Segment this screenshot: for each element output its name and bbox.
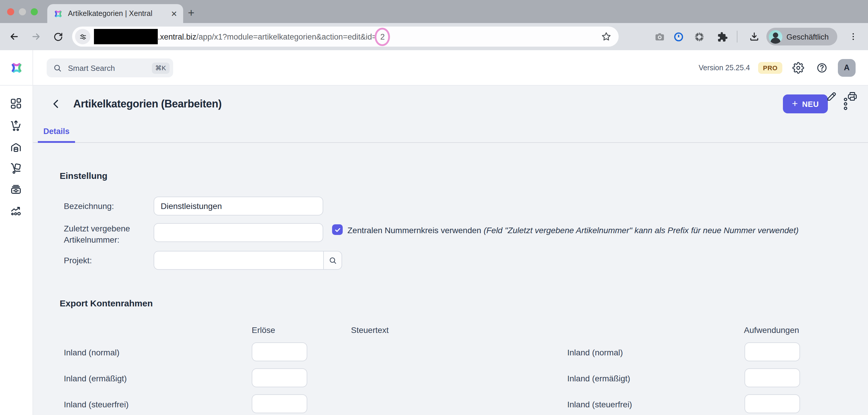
- browser-menu-icon[interactable]: [846, 30, 860, 44]
- print-icon[interactable]: [844, 89, 860, 104]
- screenshot-extension-icon[interactable]: [652, 30, 666, 44]
- plan-badge: PRO: [758, 62, 783, 73]
- url-id-highlight: 2: [375, 28, 390, 46]
- aufwendungen-input-inland-ermaessigt[interactable]: [745, 368, 800, 387]
- settings-gear-icon[interactable]: [790, 60, 806, 75]
- logistics-trolley-icon[interactable]: [9, 162, 23, 176]
- profile-avatar: [769, 30, 782, 43]
- sidebar-nav: [0, 85, 33, 415]
- bezeichnung-label: Bezeichnung:: [64, 201, 114, 211]
- artikelnummer-input[interactable]: [154, 223, 323, 242]
- profile-name: Geschäftlich: [786, 32, 829, 41]
- section-heading-einstellung: Einstellung: [60, 171, 107, 181]
- macos-close-button[interactable]: [7, 8, 14, 15]
- erloese-input-inland-ermaessigt[interactable]: [252, 368, 307, 387]
- main-content: Artikelkategorien (Bearbeiten) + NEU Det…: [33, 85, 868, 415]
- url-domain: .xentral.biz: [158, 32, 196, 41]
- row-label-inland-steuerfrei-aufwand: Inland (steuerfrei): [567, 400, 632, 409]
- bezeichnung-input[interactable]: [154, 197, 323, 215]
- password-manager-extension-icon[interactable]: [671, 30, 685, 44]
- xentral-favicon: [53, 8, 63, 19]
- search-icon: [53, 64, 62, 72]
- dashboard-icon[interactable]: [9, 97, 23, 111]
- extensions-puzzle-icon[interactable]: [715, 30, 729, 44]
- browser-tab-strip: Artikelkategorien | Xentral ✕ +: [0, 0, 868, 23]
- column-header-aufwendungen: Aufwendungen: [744, 325, 799, 335]
- tab-bar: Details: [33, 122, 868, 143]
- plus-icon: +: [792, 99, 798, 109]
- check-icon: [334, 227, 341, 233]
- aufwendungen-input-inland-steuerfrei[interactable]: [745, 394, 800, 413]
- bookmark-star-icon[interactable]: [601, 31, 612, 42]
- artikelnummer-label: Zuletzt vergebene Artikelnummer:: [64, 223, 147, 246]
- page-title: Artikelkategorien (Bearbeiten): [73, 98, 222, 110]
- url-text: .xentral.biz/app/x1?module=artikelkatego…: [158, 28, 390, 46]
- row-label-inland-ermaessigt: Inland (ermäßigt): [64, 374, 127, 383]
- erloese-input-inland-normal[interactable]: [252, 342, 307, 361]
- section-heading-export: Export Kontenrahmen: [60, 298, 153, 308]
- search-input[interactable]: [67, 63, 152, 73]
- back-chevron-icon[interactable]: [50, 97, 63, 110]
- smart-search[interactable]: ⌘K: [47, 59, 173, 77]
- erloese-input-inland-steuerfrei[interactable]: [252, 394, 307, 413]
- sales-cart-icon[interactable]: [9, 119, 23, 133]
- finance-money-icon[interactable]: [9, 183, 23, 197]
- new-tab-button[interactable]: +: [188, 6, 194, 20]
- xentral-logo[interactable]: [0, 50, 33, 85]
- warehouse-icon[interactable]: [9, 140, 23, 155]
- projekt-input[interactable]: [154, 251, 323, 270]
- browser-profile-chip[interactable]: Geschäftlich: [766, 28, 837, 45]
- row-label-inland-steuerfrei: Inland (steuerfrei): [64, 400, 128, 409]
- projekt-field: [154, 251, 342, 270]
- version-label: Version 25.25.4: [699, 64, 750, 72]
- row-label-inland-ermaessigt-aufwand: Inland (ermäßigt): [567, 374, 630, 383]
- site-settings-icon[interactable]: [75, 29, 90, 44]
- column-header-erloese: Erlöse: [252, 325, 275, 335]
- nummernkreis-checkbox[interactable]: [332, 224, 343, 235]
- aufwendungen-input-inland-normal[interactable]: [745, 342, 800, 361]
- user-avatar[interactable]: A: [838, 59, 856, 76]
- forward-icon: [29, 30, 43, 44]
- macos-zoom-button[interactable]: [31, 8, 38, 15]
- toolbar-divider: [737, 31, 737, 42]
- projekt-label: Projekt:: [64, 255, 92, 265]
- browser-toolbar: .xentral.biz/app/x1?module=artikelkatego…: [0, 23, 868, 50]
- projekt-search-icon[interactable]: [323, 251, 342, 270]
- edit-pencil-icon[interactable]: [824, 89, 839, 104]
- tab-title: Artikelkategorien | Xentral: [68, 9, 167, 18]
- tab-close-icon[interactable]: ✕: [171, 9, 177, 18]
- analytics-chart-icon[interactable]: [9, 204, 23, 218]
- row-label-inland-normal: Inland (normal): [64, 348, 119, 357]
- reload-icon[interactable]: [51, 30, 65, 44]
- search-shortcut-badge: ⌘K: [152, 62, 169, 73]
- macos-minimize-button[interactable]: [19, 8, 26, 15]
- loading-extension-icon[interactable]: [692, 30, 706, 44]
- help-icon[interactable]: [814, 60, 830, 75]
- row-label-inland-normal-aufwand: Inland (normal): [567, 348, 623, 357]
- tab-details[interactable]: Details: [38, 122, 75, 143]
- back-icon[interactable]: [7, 30, 21, 44]
- downloads-icon[interactable]: [747, 30, 761, 44]
- redacted-url-host: [94, 29, 158, 44]
- browser-tab[interactable]: Artikelkategorien | Xentral ✕: [47, 4, 183, 23]
- url-bar[interactable]: .xentral.biz/app/x1?module=artikelkatego…: [72, 27, 619, 47]
- url-path: /app/x1?module=artikelkategorien&action=…: [196, 32, 377, 41]
- screen: Artikelkategorien | Xentral ✕ + .xentral…: [0, 0, 868, 415]
- nummernkreis-note: (Feld "Zuletzt vergebene Artikelnummer" …: [484, 226, 799, 235]
- new-button[interactable]: + NEU: [783, 95, 828, 113]
- app-header: ⌘K Version 25.25.4 PRO A: [0, 50, 868, 85]
- column-header-steuertext: Steuertext: [351, 325, 389, 335]
- nummernkreis-label: Zentralen Nummernkreis verwenden(Feld "Z…: [347, 226, 799, 235]
